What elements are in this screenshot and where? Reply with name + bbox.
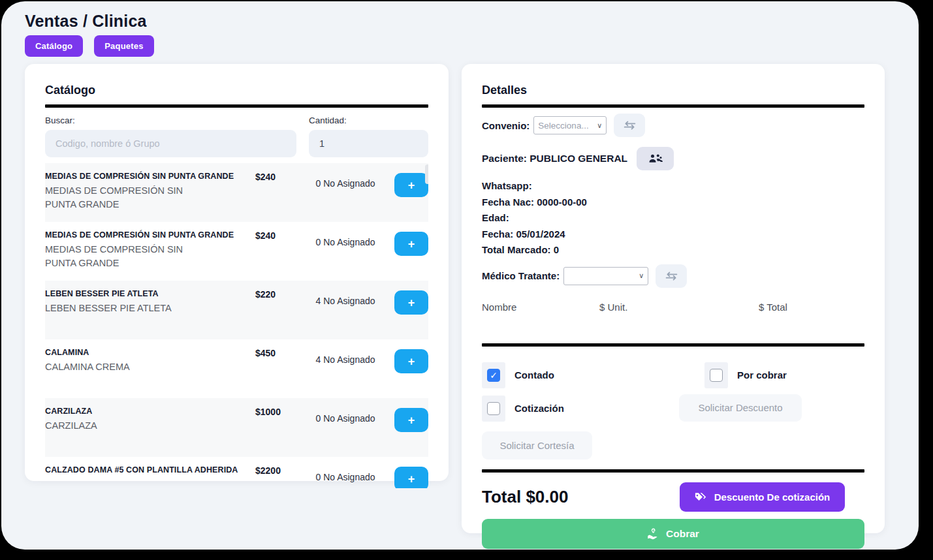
quote-discount-label: Descuento De cotización [714,491,830,503]
product-description: CALAMINA CREMA [45,360,215,374]
product-stock: 0 No Asignado [311,177,379,190]
add-product-button[interactable]: + [394,232,428,256]
product-description: LEBEN BESSER PIE ATLETA [45,302,215,315]
cart-table-header: Nombre $ Unit. $ Total [482,302,864,315]
convenio-select-wrap: Selecciona... ∨ [533,116,607,134]
medico-select[interactable] [563,267,648,285]
convenio-select[interactable]: Selecciona... [533,116,607,134]
column-header-total: $ Total [759,302,787,313]
product-description: CARZILAZA [45,419,215,433]
payment-options: ✓ Contado ✓ Por cobrar ✓ Cotización Soli… [482,362,864,422]
product-stock: 0 No Asignado [311,412,379,425]
medico-swap-button[interactable] [656,264,687,288]
product-name: CARZILAZA [45,407,249,416]
product-price: $2200 [255,465,297,476]
convenio-label: Convenio: [482,120,530,131]
swap-arrows-icon [623,119,637,131]
quantity-input[interactable] [309,130,428,157]
product-list[interactable]: MEDIAS DE COMPRESIÓN SIN PUNTA GRANDE ME… [45,163,428,488]
charge-label: Cobrar [666,528,699,540]
product-description: MEDIAS DE COMPRESIÓN SIN PUNTA GRANDE [45,184,215,211]
product-stock: 4 No Asignado [311,353,379,366]
total-divider [482,469,864,473]
medico-select-wrap: ∨ [563,267,648,285]
product-row: MEDIAS DE COMPRESIÓN SIN PUNTA GRANDE ME… [45,163,428,222]
add-product-button[interactable]: + [394,349,428,373]
product-name: CALAMINA [45,348,249,357]
search-label: Buscar: [45,116,296,125]
medico-row: Médico Tratante: ∨ [482,264,864,288]
medico-label: Médico Tratante: [482,270,560,281]
product-row: LEBEN BESSER PIE ATLETA LEBEN BESSER PIE… [45,281,428,339]
page-title: Ventas / Clinica [25,12,147,31]
request-discount-button[interactable]: Solicitar Descuento [679,394,802,422]
tags-icon [695,491,708,503]
patient-label: Paciente: PUBLICO GENERAL [482,153,627,164]
add-product-button[interactable]: + [394,467,428,488]
top-nav: Catálogo Paquetes [25,35,154,57]
column-header-unit: $ Unit. [599,302,627,313]
convenio-swap-button[interactable] [614,114,645,137]
details-heading: Detalles [482,84,864,97]
product-price: $240 [255,172,297,182]
product-name: MEDIAS DE COMPRESIÓN SIN PUNTA GRANDE [45,230,249,240]
details-panel: Detalles Convenio: Selecciona... ∨ Pacie… [462,64,885,533]
catalog-divider [45,104,428,108]
search-input[interactable] [45,130,296,157]
hand-holding-dollar-icon [647,528,659,540]
product-name: MEDIAS DE COMPRESIÓN SIN PUNTA GRANDE [45,172,249,181]
swap-arrows-icon [665,270,678,282]
patient-info: Whatsapp: Fecha Nac: 0000-00-00 Edad: Fe… [482,178,864,258]
catalog-heading: Catálogo [45,84,428,97]
product-price: $240 [255,230,297,241]
quote-discount-button[interactable]: Descuento De cotización [680,482,845,512]
add-product-button[interactable]: + [394,173,428,197]
product-price: $220 [255,289,297,300]
birthdate-line: Fecha Nac: 0000-00-00 [482,194,864,211]
product-row: CALAMINA CALAMINA CREMA $450 4 No Asigna… [45,339,428,398]
section-divider [482,343,864,347]
product-stock: 4 No Asignado [311,294,379,307]
cotizacion-checkbox[interactable]: ✓ [482,396,505,422]
quantity-label: Cantidad: [309,116,428,125]
list-scrollbar[interactable] [425,164,428,184]
product-name: LEBEN BESSER PIE ATLETA [45,289,249,298]
contado-checkbox[interactable]: ✓ [482,362,505,388]
add-product-button[interactable]: + [394,290,428,315]
date-line: Fecha: 05/01/2024 [482,226,864,243]
whatsapp-line: Whatsapp: [482,178,864,194]
convenio-row: Convenio: Selecciona... ∨ [482,114,864,137]
users-icon [648,154,663,164]
select-patient-button[interactable] [637,147,674,170]
total-amount: Total $0.00 [482,487,568,507]
column-header-nombre: Nombre [482,302,516,313]
cotizacion-label: Cotización [514,403,564,414]
packages-tab-button[interactable]: Paquetes [94,35,153,57]
check-icon: ✓ [490,371,498,380]
catalog-tab-button[interactable]: Catálogo [25,35,83,57]
app-window: Ventas / Clinica Catálogo Paquetes Catál… [1,1,919,550]
product-stock: 0 No Asignado [311,236,379,249]
contado-label: Contado [514,369,554,381]
request-courtesy-button[interactable]: Solicitar Cortesía [482,431,592,459]
charge-button[interactable]: Cobrar [482,519,864,549]
add-product-button[interactable]: + [394,408,428,432]
patient-row: Paciente: PUBLICO GENERAL [482,147,864,170]
product-row: MEDIAS DE COMPRESIÓN SIN PUNTA GRANDE ME… [45,222,428,281]
product-row: CARZILAZA CARZILAZA $1000 0 No Asignado … [45,398,428,457]
product-price: $450 [255,348,297,358]
por-cobrar-label: Por cobrar [737,369,787,381]
details-divider [482,104,864,108]
catalog-search-row: Buscar: Cantidad: [45,116,428,157]
product-name: CALZADO DAMA #5 CON PLANTILLA ADHERIDA [45,465,249,474]
total-marked-line: Total Marcado: 0 [482,242,864,258]
product-row: CALZADO DAMA #5 CON PLANTILLA ADHERIDA $… [45,457,428,488]
age-line: Edad: [482,210,864,226]
product-price: $1000 [255,407,297,417]
por-cobrar-checkbox[interactable]: ✓ [704,362,728,388]
catalog-panel: Catálogo Buscar: Cantidad: MEDIAS DE COM… [25,64,449,481]
product-description: MEDIAS DE COMPRESIÓN SIN PUNTA GRANDE [45,243,215,270]
product-stock: 0 No Asignado [311,471,379,484]
